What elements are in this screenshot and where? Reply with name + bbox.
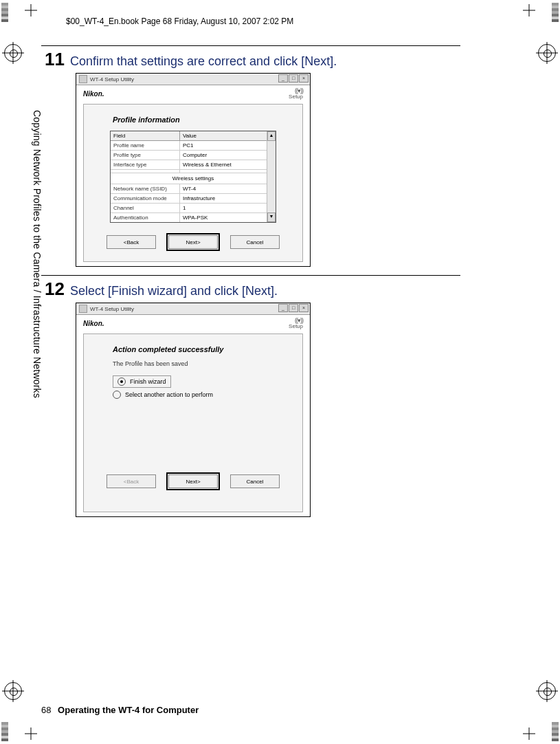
maximize-icon[interactable]: □ [289, 74, 298, 83]
table-row: Communication modeInfrastructure [111, 194, 276, 204]
profile-info-table: ▲ ▼ Field Value Profile namePC1 Profile … [110, 131, 276, 223]
color-bar [552, 722, 559, 741]
registration-mark [4, 44, 22, 62]
next-button[interactable]: Next> [168, 474, 218, 488]
table-row: Network name (SSID)WT-4 [111, 184, 276, 194]
step-number: 12 [41, 280, 65, 298]
cancel-button[interactable]: Cancel [230, 474, 280, 488]
crop-mark [523, 727, 535, 740]
back-button: <Back [107, 474, 156, 488]
back-button[interactable]: <Back [107, 235, 156, 249]
window-titlebar: WT-4 Setup Utility _ □ × [76, 74, 310, 85]
scrollbar[interactable]: ▲ ▼ [267, 131, 276, 222]
screenshot-action-completed: WT-4 Setup Utility _ □ × Nikon. Setup Ac… [76, 303, 311, 517]
crop-mark [523, 4, 535, 17]
cancel-button[interactable]: Cancel [230, 235, 280, 249]
brand-logo: Nikon. [83, 320, 104, 327]
radio-select-another[interactable]: Select another action to perform [113, 391, 291, 399]
step-number: 11 [41, 50, 65, 68]
step-12: 12 Select [Finish wizard] and click [Nex… [41, 275, 460, 517]
scroll-down-icon[interactable]: ▼ [267, 212, 276, 222]
window-title: WT-4 Setup Utility [90, 306, 134, 312]
panel-title: Profile information [113, 116, 291, 124]
setup-logo: Setup [289, 318, 303, 329]
page-number: 68 [41, 705, 51, 715]
registration-mark [538, 44, 556, 62]
color-bar [1, 3, 8, 22]
page-footer: 68 Operating the WT-4 for Computer [41, 705, 199, 715]
setup-logo: Setup [289, 88, 303, 100]
screenshot-profile-information: WT-4 Setup Utility _ □ × Nikon. Setup Pr… [76, 73, 311, 267]
close-icon[interactable]: × [299, 304, 309, 312]
panel-subtitle: The Profile has been saved [113, 360, 291, 367]
next-button[interactable]: Next> [168, 235, 218, 249]
window-title: WT-4 Setup Utility [90, 76, 134, 83]
panel-title: Action completed successfully [113, 345, 291, 353]
color-bar [1, 722, 8, 741]
app-icon [79, 75, 87, 83]
col-value: Value [180, 131, 199, 140]
radio-label: Select another action to perform [125, 391, 213, 398]
radio-icon [113, 391, 121, 399]
table-row: AuthenticationWPA-PSK [111, 213, 276, 222]
table-row: Profile namePC1 [111, 141, 276, 151]
table-row: Interface typeWireless & Ethernet [111, 160, 276, 170]
table-subheader: Wireless settings [111, 173, 276, 184]
scroll-up-icon[interactable]: ▲ [267, 131, 276, 141]
registration-mark [538, 682, 556, 700]
window-titlebar: WT-4 Setup Utility _ □ × [76, 303, 310, 315]
table-row: Profile typeComputer [111, 151, 276, 160]
crop-mark [25, 727, 37, 740]
col-field: Field [111, 131, 180, 140]
step-instruction: Select [Finish wizard] and click [Next]. [70, 284, 278, 298]
crop-mark [25, 4, 37, 17]
brand-logo: Nikon. [83, 90, 104, 98]
minimize-icon[interactable]: _ [278, 304, 288, 312]
step-11: 11 Confirm that settings are correct and… [41, 45, 460, 267]
minimize-icon[interactable]: _ [278, 74, 288, 83]
registration-mark [4, 682, 22, 700]
radio-finish-wizard[interactable]: Finish wizard [113, 375, 171, 388]
maximize-icon[interactable]: □ [289, 304, 298, 312]
color-bar [552, 3, 559, 22]
step-instruction: Confirm that settings are correct and cl… [70, 54, 337, 69]
page-header-line: $00_WT-4_En.book Page 68 Friday, August … [66, 17, 293, 26]
radio-icon [117, 378, 126, 386]
table-header: Field Value [111, 131, 276, 141]
app-icon [79, 305, 87, 313]
table-row: Channel1 [111, 204, 276, 213]
radio-label: Finish wizard [130, 378, 166, 385]
footer-title: Operating the WT-4 for Computer [58, 705, 199, 715]
close-icon[interactable]: × [299, 74, 309, 83]
